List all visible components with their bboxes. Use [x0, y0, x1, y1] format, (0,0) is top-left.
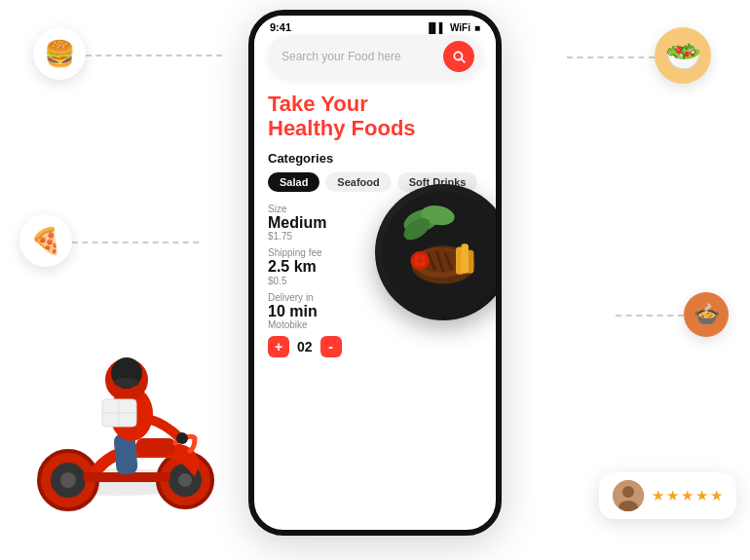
star-4: ★ — [695, 487, 708, 504]
rating-card: ★ ★ ★ ★ ★ — [599, 472, 736, 519]
star-2: ★ — [666, 487, 679, 504]
rider-illustration — [0, 229, 253, 541]
phone-frame: 9:41 ▐▌▌ WiFi ■ Search your Food here Ta… — [248, 10, 502, 536]
svg-point-28 — [178, 473, 192, 487]
svg-line-1 — [462, 59, 465, 62]
battery-icon: ■ — [474, 22, 480, 33]
svg-point-34 — [111, 357, 142, 389]
rider-svg — [0, 229, 253, 541]
food-svg — [380, 189, 502, 316]
hero-line1: Take Your — [268, 92, 482, 116]
status-time: 9:41 — [270, 21, 291, 33]
svg-point-25 — [60, 472, 76, 488]
rating-avatar — [613, 480, 644, 511]
quantity-value: 02 — [297, 339, 313, 355]
svg-rect-14 — [461, 243, 469, 273]
status-bar: 9:41 ▐▌▌ WiFi ■ — [254, 16, 496, 35]
search-placeholder: Search your Food here — [281, 50, 443, 63]
search-bar[interactable]: Search your Food here — [268, 35, 482, 78]
float-burger-icon: 🍔 — [33, 27, 86, 80]
dot-line-right-top — [567, 56, 655, 58]
categories-label: Categories — [268, 151, 482, 166]
dot-line-burger — [86, 55, 222, 56]
hero-title: Take Your Healthy Foods — [268, 92, 482, 141]
svg-rect-31 — [113, 432, 138, 475]
avatar-svg — [613, 480, 644, 511]
star-5: ★ — [710, 487, 723, 504]
rating-stars: ★ ★ ★ ★ ★ — [652, 487, 723, 504]
category-seafood[interactable]: Seafood — [325, 172, 391, 192]
phone-content: Search your Food here Take Your Healthy … — [254, 35, 496, 367]
svg-point-24 — [51, 463, 86, 498]
svg-point-27 — [169, 464, 202, 497]
svg-rect-29 — [136, 438, 175, 456]
quantity-minus-button[interactable]: - — [320, 336, 342, 357]
hero-line2: Healthy Foods — [268, 116, 482, 140]
star-3: ★ — [681, 487, 694, 504]
search-button[interactable] — [443, 41, 474, 72]
float-food-top-right: 🥗 — [655, 27, 711, 84]
star-1: ★ — [652, 487, 664, 504]
quantity-plus-button[interactable]: + — [268, 336, 289, 357]
food-area: Size Medium $1.75 Shipping fee 2.5 km $0… — [268, 204, 482, 358]
wifi-icon: WiFi — [450, 22, 470, 33]
signal-icon: ▐▌▌ — [426, 22, 446, 33]
svg-rect-37 — [102, 399, 136, 427]
svg-point-23 — [39, 451, 97, 509]
float-food-mid-right: 🍲 — [684, 292, 729, 337]
svg-point-36 — [176, 432, 188, 444]
svg-point-35 — [114, 378, 139, 388]
svg-point-33 — [105, 358, 148, 401]
svg-point-26 — [158, 453, 212, 507]
svg-point-22 — [39, 468, 195, 496]
dot-line-right-mid — [616, 315, 684, 317]
svg-point-32 — [110, 387, 153, 441]
status-icons: ▐▌▌ WiFi ■ — [426, 22, 480, 33]
dot-line-pizza — [72, 242, 199, 243]
svg-rect-30 — [83, 472, 170, 482]
delivery-method: Motobike — [268, 319, 482, 330]
svg-point-20 — [622, 486, 634, 498]
food-image-circle — [375, 184, 502, 320]
float-pizza-icon: 🍕 — [19, 214, 72, 267]
quantity-row: + 02 - — [268, 336, 482, 357]
category-salad[interactable]: Salad — [268, 172, 319, 192]
